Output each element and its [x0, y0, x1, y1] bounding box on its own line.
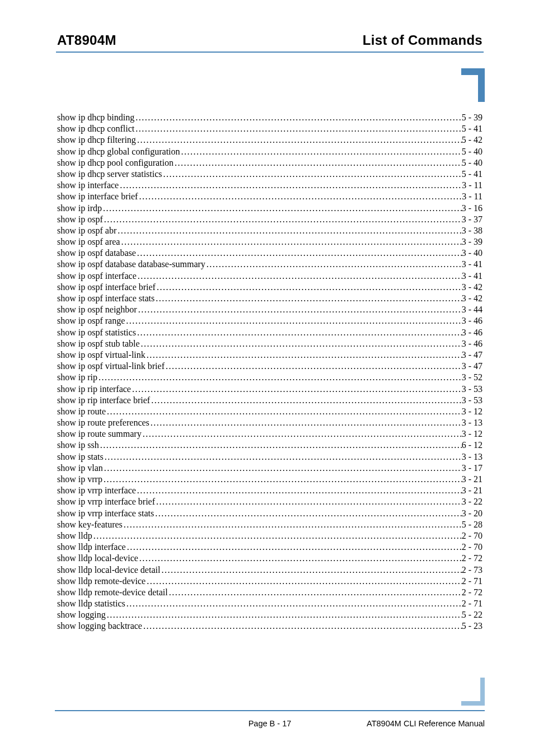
toc-entry: show logging backtrace .................…	[57, 622, 483, 631]
toc-entry-page: 3 - 13	[462, 452, 483, 461]
toc-entry-label: show ip irdp	[57, 204, 102, 213]
toc-entry: show ip vlan ...........................…	[57, 464, 483, 473]
toc-entry-label: show ip ospf interface brief	[57, 283, 156, 292]
toc-entry-leader: ........................................…	[134, 124, 461, 133]
toc-entry-page: 3 - 37	[462, 215, 483, 224]
toc-entry-label: show logging	[57, 610, 106, 619]
toc-entry-label: show ip ospf database database-summary	[57, 260, 205, 269]
toc-entry-leader: ........................................…	[138, 192, 462, 201]
toc-entry-label: show ip ospf abr	[57, 226, 116, 235]
toc-entry: show lldp remote-device ................…	[57, 577, 483, 586]
toc-entry-page: 3 - 22	[462, 497, 483, 506]
toc-entry-label: show lldp local-device detail	[57, 566, 160, 575]
toc-entry-leader: ........................................…	[146, 577, 462, 586]
toc-entry-page: 5 - 23	[462, 622, 483, 631]
corner-decoration-top	[461, 68, 485, 102]
toc-entry-leader: ........................................…	[99, 441, 462, 450]
toc-entry-page: 5 - 28	[462, 520, 483, 529]
page: AT8904M List of Commands show ip dhcp bi…	[0, 0, 534, 756]
toc-entry-leader: ........................................…	[146, 351, 462, 360]
toc-entry-page: 5 - 40	[462, 158, 483, 167]
toc-entry-leader: ........................................…	[136, 249, 462, 258]
toc-entry-label: show ip dhcp server statistics	[57, 170, 162, 179]
toc-entry-leader: ........................................…	[123, 520, 462, 529]
toc-entry-page: 2 - 72	[462, 554, 483, 563]
toc-entry-label: show ip ospf	[57, 215, 103, 224]
toc-entry-leader: ........................................…	[102, 204, 462, 213]
toc-entry-label: show ip ospf area	[57, 237, 120, 246]
toc-entry-leader: ........................................…	[125, 599, 462, 608]
toc-entry-label: show ip rip interface brief	[57, 396, 150, 405]
toc-entry: show ip rip interface ..................…	[57, 385, 483, 394]
toc-entry-page: 3 - 21	[462, 475, 483, 484]
toc-entry-label: show ip route	[57, 407, 106, 416]
toc-entry: show ip route ..........................…	[57, 407, 483, 416]
toc-entry-page: 3 - 46	[462, 339, 483, 348]
footer-page-number: Page B - 17	[55, 719, 485, 728]
toc-entry: show logging ...........................…	[57, 610, 483, 619]
toc-entry: show ip ospf database database-summary .…	[57, 260, 483, 269]
toc-entry: show ip vrrp interface .................…	[57, 486, 483, 495]
header-product: AT8904M	[57, 32, 116, 48]
toc-entry-page: 3 - 40	[462, 249, 483, 258]
header-section: List of Commands	[363, 32, 483, 48]
toc-entry-leader: ........................................…	[106, 610, 462, 619]
toc-entry-leader: ........................................…	[156, 283, 462, 292]
toc-entry-label: show ip vlan	[57, 464, 103, 473]
toc-entry-page: 6 - 12	[462, 441, 483, 450]
toc-entry-page: 3 - 46	[462, 328, 483, 337]
toc-entry-leader: ........................................…	[136, 486, 462, 495]
toc-entry-page: 3 - 53	[462, 385, 483, 394]
toc-entry-page: 5 - 22	[462, 610, 483, 619]
toc-entry-page: 3 - 52	[462, 373, 483, 382]
toc-entry-label: show ip dhcp binding	[57, 113, 134, 122]
toc-entry-leader: ........................................…	[120, 237, 461, 246]
toc-entry-label: show ip ssh	[57, 441, 99, 450]
toc-entry-label: show lldp interface	[57, 543, 126, 552]
toc-entry-label: show ip vrrp interface	[57, 486, 136, 495]
toc-entry-label: show ip dhcp filtering	[57, 136, 136, 144]
toc-entry-label: show ip dhcp pool configuration	[57, 158, 174, 167]
toc-entry-label: show ip rip interface	[57, 385, 131, 394]
toc-entry-page: 5 - 41	[462, 124, 483, 133]
toc-entry-leader: ........................................…	[97, 373, 462, 382]
toc-entry-label: show ip vrrp	[57, 475, 102, 484]
toc-entry-page: 2 - 73	[462, 566, 483, 575]
toc-entry-leader: ........................................…	[116, 226, 461, 235]
toc-entry: show ip stats ..........................…	[57, 452, 483, 461]
toc-entry: show lldp statistics ...................…	[57, 599, 483, 608]
toc-entry-leader: ........................................…	[142, 430, 462, 438]
toc-entry-page: 2 - 71	[462, 599, 483, 608]
toc-entry-page: 5 - 39	[462, 113, 483, 122]
toc-entry: show ip ospf range .....................…	[57, 316, 483, 325]
toc-entry-label: show lldp statistics	[57, 599, 125, 608]
toc-entry-page: 3 - 41	[462, 272, 483, 281]
toc-entry-page: 2 - 70	[462, 543, 483, 552]
toc-entry: show ip ospf interface .................…	[57, 272, 483, 281]
toc-list: show ip dhcp binding ...................…	[55, 113, 485, 631]
toc-entry-page: 3 - 11	[462, 192, 483, 201]
toc-entry: show ip interface brief ................…	[57, 192, 483, 201]
toc-entry-leader: ........................................…	[150, 396, 462, 405]
toc-entry-leader: ........................................…	[106, 407, 462, 416]
toc-entry-leader: ........................................…	[155, 497, 462, 506]
toc-entry-label: show logging backtrace	[57, 622, 142, 631]
toc-entry-leader: ........................................…	[180, 147, 462, 156]
toc-entry-leader: ........................................…	[103, 215, 462, 224]
toc-entry-leader: ........................................…	[142, 622, 462, 631]
toc-entry-leader: ........................................…	[154, 509, 461, 518]
toc-entry: show ip ospf stub table ................…	[57, 339, 483, 348]
toc-entry-label: show ip rip	[57, 373, 97, 382]
header-rule	[56, 52, 484, 53]
toc-entry: show ip route summary ..................…	[57, 430, 483, 438]
toc-entry-leader: ........................................…	[104, 452, 462, 461]
toc-entry: show ip vrrp ...........................…	[57, 475, 483, 484]
toc-entry-leader: ........................................…	[140, 339, 462, 348]
toc-entry-label: show ip route preferences	[57, 418, 149, 427]
toc-entry: show ip irdp ...........................…	[57, 204, 483, 213]
toc-entry-label: show ip vrrp interface brief	[57, 497, 155, 506]
toc-entry-label: show lldp	[57, 531, 92, 540]
toc-entry: show ip rip ............................…	[57, 373, 483, 382]
toc-entry-leader: ........................................…	[137, 272, 462, 281]
toc-entry-page: 3 - 46	[462, 316, 483, 325]
